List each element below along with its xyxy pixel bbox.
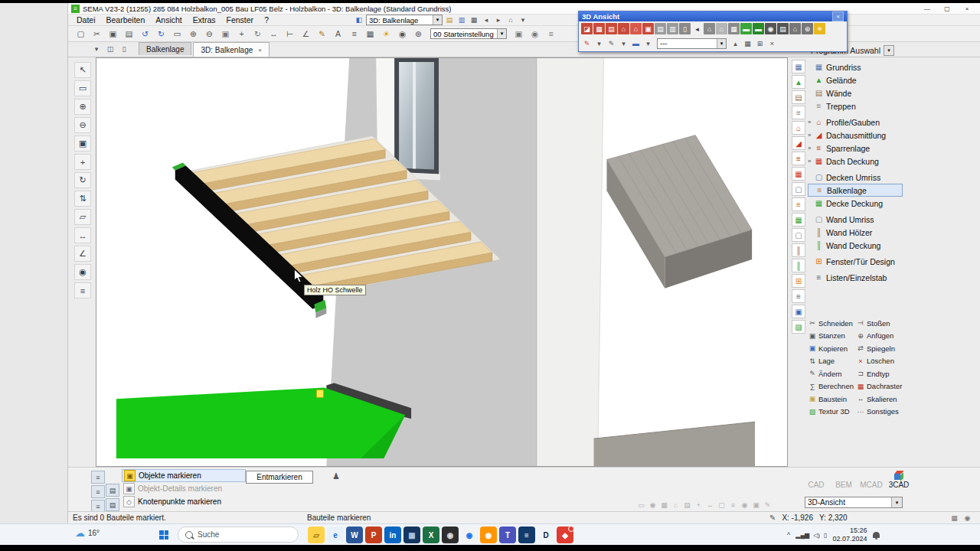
section-icon[interactable]: ▱: [74, 209, 91, 225]
layer-list-icon[interactable]: ≡: [91, 485, 105, 498]
menu-ansicht[interactable]: Ansicht: [150, 15, 187, 24]
new-view-icon[interactable]: ▯: [119, 44, 129, 54]
command-berechnen[interactable]: ∑Berechnen: [808, 380, 856, 393]
box-icon[interactable]: ▢: [717, 500, 727, 510]
layer-group-icon[interactable]: ▤: [106, 498, 119, 511]
close-button[interactable]: ×: [957, 4, 977, 14]
pen-icon[interactable]: ✎: [769, 514, 776, 522]
camera-icon[interactable]: ◉: [74, 264, 91, 280]
grid-toggle-icon[interactable]: ▦: [949, 513, 959, 523]
program-item-decke-deckung[interactable]: ▦Decke Deckung: [808, 197, 903, 210]
menu-[interactable]: ?: [259, 15, 274, 24]
marking-mode-knotenpunkte-markieren[interactable]: ◇Knotenpunkte markieren: [122, 495, 246, 508]
strip-grundriss-icon[interactable]: ▦: [792, 60, 805, 73]
walkthrough-icon[interactable]: ⌂: [789, 23, 801, 34]
strip-wanddeckung-icon[interactable]: ║: [792, 259, 805, 272]
menu-fenster[interactable]: Fenster: [221, 15, 260, 24]
roof-grid-icon[interactable]: ▦: [593, 23, 605, 34]
walk-icon[interactable]: ⇅: [74, 191, 91, 207]
strip-sparrenlage-icon[interactable]: ≡: [792, 152, 805, 165]
battery-icon[interactable]: ▯: [824, 532, 827, 539]
program-item-listen-einzelstab[interactable]: ≡Listen/Einzelstab: [808, 271, 903, 284]
taskbar-app-chrome[interactable]: ◉: [461, 527, 478, 543]
add-view-icon[interactable]: ⊞: [754, 37, 766, 49]
close-icon[interactable]: ×: [258, 47, 262, 54]
house-2-icon[interactable]: ⌂: [630, 23, 642, 34]
program-item-decken-umriss[interactable]: ▢Decken Umriss: [808, 171, 903, 184]
light-icon[interactable]: ☀: [814, 23, 825, 34]
menu-bearbeiten[interactable]: Bearbeiten: [101, 15, 151, 24]
signal-icon[interactable]: ▂▄▆: [795, 532, 809, 539]
sun-icon[interactable]: ☀: [379, 27, 394, 41]
copy-icon[interactable]: ▣: [106, 27, 120, 41]
visibility-icon[interactable]: ◉: [395, 27, 410, 41]
layer-list-icon[interactable]: ≡: [91, 471, 105, 484]
mode-mcad[interactable]: MCAD: [860, 469, 883, 489]
tray-expand-icon[interactable]: ^: [787, 531, 790, 539]
maximize-button[interactable]: ▢: [937, 4, 957, 14]
mode-bem[interactable]: BEM: [832, 469, 855, 489]
program-item-wand-deckung[interactable]: ║Wand Deckung: [808, 239, 903, 252]
deck-green-icon[interactable]: ▬: [740, 23, 752, 34]
camera-icon[interactable]: ◉: [765, 23, 776, 34]
roof-view-icon[interactable]: ◪: [581, 23, 593, 34]
pen-icon[interactable]: ✎: [315, 27, 329, 41]
wall-gray-icon[interactable]: ▤: [655, 23, 666, 34]
taskbar-app-teams[interactable]: T: [499, 527, 516, 543]
paste-icon[interactable]: ▤: [122, 27, 136, 41]
strip-3d-icon[interactable]: ▣: [792, 305, 805, 318]
list-icon[interactable]: ≡: [544, 27, 558, 41]
tab-3d-balkenlage[interactable]: 3D: Balkenlage×: [193, 42, 270, 57]
weather-widget[interactable]: ☁ 16°: [75, 527, 100, 539]
command-sto-en[interactable]: ⊣Stoßen: [856, 317, 904, 330]
strip-deckenumriss-icon[interactable]: ▢: [792, 182, 805, 196]
menu-extras[interactable]: Extras: [188, 15, 221, 24]
program-item-balkenlage[interactable]: ≡Balkenlage: [808, 184, 903, 197]
home-view-icon[interactable]: ⌂: [505, 15, 516, 25]
taskbar-clock[interactable]: 15:26 02.07.2024: [832, 527, 867, 543]
angle-icon[interactable]: ∠: [299, 27, 313, 41]
taskbar-search[interactable]: Suche: [178, 527, 299, 543]
menu-datei[interactable]: Datei: [71, 15, 101, 24]
dropdown-icon[interactable]: ▾: [642, 37, 654, 49]
red-square-icon[interactable]: ▣: [642, 23, 654, 34]
program-item-wand-umriss[interactable]: ▢Wand Umriss: [808, 213, 903, 226]
viewport-3d[interactable]: Holz HO Schwelle: [96, 57, 788, 467]
list-icon[interactable]: ≡: [728, 500, 738, 510]
lock-icon[interactable]: ▣: [511, 27, 526, 41]
panel-icon[interactable]: ▤: [682, 500, 692, 510]
floating-toolbar-3d-ansicht[interactable]: 3D Ansicht × ◪▦▤⌂⌂▣▤▥▯◂⌂⌂▦▬▬◉▤⌂⊛☀ ✎▾✎▾▬▾…: [578, 11, 848, 52]
command-sonstiges[interactable]: ···Sonstiges: [856, 406, 904, 419]
strip-wandumriss-icon[interactable]: ▢: [792, 228, 805, 242]
taskbar-app-firefox[interactable]: ◉: [480, 527, 497, 543]
taskbar-app-linkedin[interactable]: in: [384, 527, 401, 543]
plus-icon[interactable]: +: [694, 500, 704, 510]
program-item-grundriss[interactable]: ▦Grundriss: [808, 60, 903, 73]
pan-icon[interactable]: +: [234, 27, 249, 41]
strip-gelaende-icon[interactable]: ▲: [792, 75, 805, 89]
unmark-button[interactable]: Entmarkieren: [246, 471, 313, 484]
pan-icon[interactable]: +: [74, 154, 91, 170]
strip-listen-icon[interactable]: ≡: [792, 289, 805, 303]
taskbar-app-edge[interactable]: e: [327, 527, 344, 543]
home-icon[interactable]: ⌂: [671, 500, 681, 510]
zoom-fit-icon[interactable]: ▣: [218, 27, 233, 41]
ruler-icon[interactable]: ▭: [636, 500, 646, 510]
new-drawing-icon[interactable]: ▢: [74, 27, 88, 41]
program-item-fenster-t-r-design[interactable]: ⊞Fenster/Tür Design: [808, 255, 903, 268]
measure-icon[interactable]: ↔: [266, 27, 281, 41]
start-button[interactable]: [156, 527, 172, 543]
zoom-window-icon[interactable]: ▭: [74, 80, 91, 96]
person-icon[interactable]: ♟: [330, 470, 342, 482]
text-icon[interactable]: A: [331, 27, 345, 41]
volume-icon[interactable]: ◁): [813, 532, 820, 539]
settings-icon[interactable]: ⊛: [411, 27, 426, 41]
command-textur-3d[interactable]: ▨Textur 3D: [808, 406, 856, 419]
command-endtyp[interactable]: ⊐Endtyp: [856, 367, 904, 380]
block-icon[interactable]: ▣: [751, 500, 761, 510]
roof-panel-icon[interactable]: ▤: [606, 23, 617, 34]
marking-mode-objekt-details-markieren[interactable]: ▣Objekt-Details markieren: [122, 482, 246, 495]
zoom-in-icon[interactable]: ⊕: [186, 27, 201, 41]
zoom-out-icon[interactable]: ⊖: [202, 27, 217, 41]
orbit-icon[interactable]: ↻: [250, 27, 265, 41]
